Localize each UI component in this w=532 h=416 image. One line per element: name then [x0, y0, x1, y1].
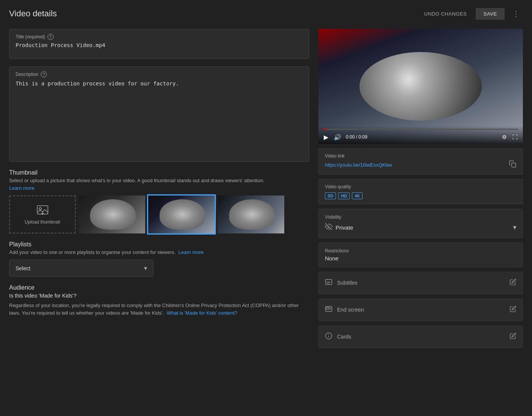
audience-desc: Regardless of your location, you're lega… — [9, 302, 309, 317]
video-link-section: Video link https://youtu.be/10iwExxQKbw — [318, 148, 523, 175]
thumbnail-desc: Select or upload a picture that shows wh… — [9, 178, 309, 183]
playlists-title: Playlists — [9, 241, 309, 248]
restrictions-card[interactable]: Restrictions None — [318, 243, 523, 267]
cards-icon — [325, 332, 332, 342]
time-display: 0:00 / 0:09 — [346, 134, 497, 140]
thumbnail-option-1[interactable] — [79, 195, 145, 233]
cards-left: Cards — [325, 332, 351, 342]
visibility-value-row: Private ▾ — [325, 223, 516, 232]
video-link-row: https://youtu.be/10iwExxQKbw — [325, 160, 516, 170]
thumbnail-option-3[interactable] — [218, 195, 284, 233]
video-preview: ▶ 🔊 0:00 / 0:09 ⚙ ⛶ — [318, 29, 523, 144]
header-actions: UNDO CHANGES SAVE ⋮ — [420, 8, 523, 20]
thumbnail-image-1 — [79, 195, 145, 233]
header: Video details UNDO CHANGES SAVE ⋮ — [9, 8, 523, 20]
quality-badge-4k[interactable]: 4K — [352, 192, 363, 199]
thumbnail-learn-more[interactable]: Learn more — [9, 185, 34, 191]
end-screen-left: End screen — [325, 305, 364, 315]
cards-label: Cards — [337, 334, 351, 340]
thumbnail-title: Thumbnail — [9, 169, 309, 176]
audience-title: Audience — [9, 284, 309, 291]
coppa-link[interactable]: What is 'Made for Kids' content? — [167, 310, 238, 316]
title-help-icon[interactable]: ? — [48, 34, 54, 40]
left-panel: Title (required) ? Production Process Vi… — [9, 29, 309, 348]
progress-bar[interactable] — [323, 129, 518, 130]
settings-button[interactable]: ⚙ — [501, 133, 508, 141]
thumbnail-section: Thumbnail Select or upload a picture tha… — [9, 169, 309, 233]
video-link-url[interactable]: https://youtu.be/10iwExxQKbw — [325, 162, 392, 168]
svg-rect-2 — [512, 163, 516, 167]
save-button[interactable]: SAVE — [476, 8, 505, 20]
title-label: Title (required) ? — [16, 34, 303, 40]
copy-icon — [509, 160, 516, 168]
description-input[interactable]: This is a production process video for o… — [16, 80, 303, 156]
svg-point-1 — [39, 208, 41, 210]
quality-badges: SD HD 4K — [325, 192, 516, 199]
video-link-label: Video link — [325, 153, 516, 159]
controls-row: ▶ 🔊 0:00 / 0:09 ⚙ ⛶ — [323, 133, 518, 142]
undo-changes-button[interactable]: UNDO CHANGES — [420, 8, 471, 20]
quality-badge-sd[interactable]: SD — [325, 192, 336, 199]
audience-section: Audience Is this video 'Made for Kids'? … — [9, 284, 309, 317]
visibility-value-text: Private — [336, 224, 353, 231]
eye-slash-icon — [325, 223, 332, 232]
right-panel: ▶ 🔊 0:00 / 0:09 ⚙ ⛶ Video link https://y… — [318, 29, 523, 348]
description-help-icon[interactable]: ? — [41, 71, 47, 77]
restrictions-value: None — [325, 255, 516, 262]
thumbnail-image-3 — [218, 195, 284, 233]
thumbnail-option-2[interactable] — [148, 195, 215, 233]
chevron-down-icon: ▾ — [144, 265, 147, 272]
visibility-label: Visibility — [325, 214, 516, 220]
play-button[interactable]: ▶ — [323, 133, 329, 142]
subtitles-left: Subtitles — [325, 278, 358, 288]
audience-question: Is this video 'Made for Kids'? — [9, 293, 309, 299]
end-screen-edit-icon[interactable] — [510, 306, 516, 314]
more-options-button[interactable]: ⋮ — [509, 8, 523, 20]
playlists-learn-more[interactable]: Learn more — [179, 249, 204, 255]
page-title: Video details — [9, 9, 57, 19]
visibility-dropdown-arrow: ▾ — [513, 223, 516, 232]
page-container: Video details UNDO CHANGES SAVE ⋮ Title … — [0, 0, 532, 356]
subtitles-label: Subtitles — [337, 280, 358, 286]
description-label: Description ? — [16, 71, 303, 77]
upload-icon — [36, 204, 49, 216]
thumbnail-image-2 — [148, 195, 215, 233]
video-quality-section: Video quality SD HD 4K — [318, 179, 523, 204]
quality-badge-hd[interactable]: HD — [338, 192, 350, 199]
playlists-desc: Add your video to one or more playlists … — [9, 249, 309, 255]
end-screen-card[interactable]: End screen — [318, 299, 523, 321]
subtitles-icon — [325, 278, 332, 288]
title-field-container: Title (required) ? Production Process Vi… — [9, 29, 309, 59]
video-quality-label: Video quality — [325, 184, 516, 189]
description-field-container: Description ? This is a production proce… — [9, 66, 309, 162]
playlists-select-value: Select — [16, 265, 30, 271]
end-screen-label: End screen — [337, 307, 364, 313]
playlists-section: Playlists Add your video to one or more … — [9, 241, 309, 277]
visibility-value: Private — [325, 223, 353, 232]
copy-link-button[interactable] — [509, 160, 516, 170]
thumbnail-row: Upload thumbnail — [9, 195, 309, 233]
video-controls: ▶ 🔊 0:00 / 0:09 ⚙ ⛶ — [318, 126, 523, 144]
main-layout: Title (required) ? Production Process Vi… — [9, 29, 523, 348]
restrictions-label: Restrictions — [325, 248, 516, 254]
subtitles-card[interactable]: Subtitles — [318, 272, 523, 294]
subtitles-edit-icon[interactable] — [510, 279, 516, 287]
upload-thumbnail-button[interactable]: Upload thumbnail — [9, 195, 76, 233]
end-screen-icon — [325, 305, 332, 315]
progress-filled — [323, 129, 327, 130]
fullscreen-button[interactable]: ⛶ — [511, 133, 518, 141]
cards-card[interactable]: Cards — [318, 326, 523, 348]
svg-rect-8 — [326, 307, 329, 309]
title-input[interactable]: Production Process Video.mp4 — [16, 42, 303, 53]
upload-thumbnail-label: Upload thumbnail — [25, 219, 60, 225]
playlists-select[interactable]: Select ▾ — [9, 260, 154, 277]
cards-edit-icon[interactable] — [510, 332, 516, 341]
volume-button[interactable]: 🔊 — [333, 133, 342, 142]
visibility-card[interactable]: Visibility Private ▾ — [318, 209, 523, 238]
